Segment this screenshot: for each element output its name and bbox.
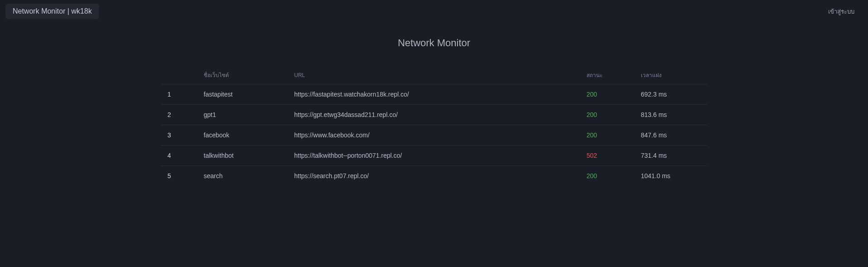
brand-link[interactable]: Network Monitor | wk18k (5, 4, 99, 19)
table-row: 5searchhttps://search.pt07.repl.co/20010… (161, 166, 707, 186)
page-title: Network Monitor (0, 37, 868, 49)
network-table-container: ชื่อเว็บไซต์ URL สถานะ เวลาแฝง 1fastapit… (156, 66, 712, 186)
row-name: talkwithbot (197, 146, 288, 166)
row-status: 502 (580, 146, 634, 166)
row-latency: 731.4 ms (634, 146, 707, 166)
row-name: gpt1 (197, 105, 288, 125)
header: Network Monitor | wk18k เข้าสู่ระบบ (0, 0, 868, 23)
row-index: 4 (161, 146, 197, 166)
table-row: 3facebookhttps://www.facebook.com/200847… (161, 125, 707, 146)
row-status: 200 (580, 166, 634, 186)
col-header-index (161, 66, 197, 84)
row-url: https://fastapitest.watchakorn18k.repl.c… (288, 84, 580, 105)
network-table: ชื่อเว็บไซต์ URL สถานะ เวลาแฝง 1fastapit… (161, 66, 707, 186)
table-row: 4talkwithbothttps://talkwithbot--porton0… (161, 146, 707, 166)
row-index: 3 (161, 125, 197, 146)
row-latency: 1041.0 ms (634, 166, 707, 186)
row-latency: 692.3 ms (634, 84, 707, 105)
row-latency: 847.6 ms (634, 125, 707, 146)
row-index: 5 (161, 166, 197, 186)
row-status: 200 (580, 84, 634, 105)
row-url: https://www.facebook.com/ (288, 125, 580, 146)
login-link[interactable]: เข้าสู่ระบบ (828, 7, 854, 16)
row-url: https://talkwithbot--porton0071.repl.co/ (288, 146, 580, 166)
col-header-latency: เวลาแฝง (634, 66, 707, 84)
table-row: 1fastapitesthttps://fastapitest.watchako… (161, 84, 707, 105)
col-header-status: สถานะ (580, 66, 634, 84)
row-name: search (197, 166, 288, 186)
row-index: 2 (161, 105, 197, 125)
row-status: 200 (580, 105, 634, 125)
row-name: facebook (197, 125, 288, 146)
row-status: 200 (580, 125, 634, 146)
row-name: fastapitest (197, 84, 288, 105)
col-header-url: URL (288, 66, 580, 84)
table-header-row: ชื่อเว็บไซต์ URL สถานะ เวลาแฝง (161, 66, 707, 84)
row-url: https://gpt.etwg34dassad211.repl.co/ (288, 105, 580, 125)
row-latency: 813.6 ms (634, 105, 707, 125)
row-index: 1 (161, 84, 197, 105)
row-url: https://search.pt07.repl.co/ (288, 166, 580, 186)
table-row: 2gpt1https://gpt.etwg34dassad211.repl.co… (161, 105, 707, 125)
col-header-name: ชื่อเว็บไซต์ (197, 66, 288, 84)
